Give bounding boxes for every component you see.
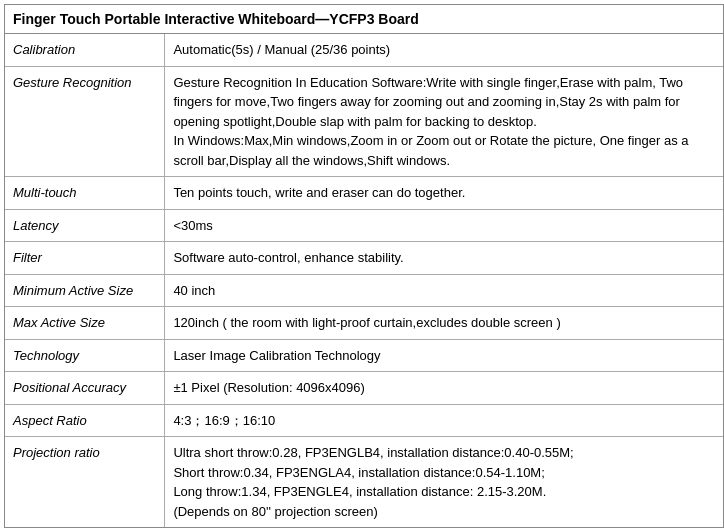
row-label-9: Aspect Ratio [5, 404, 165, 437]
table-row: CalibrationAutomatic(5s) / Manual (25/36… [5, 34, 723, 66]
row-value-4: Software auto-control, enhance stability… [165, 242, 723, 275]
row-label-5: Minimum Active Size [5, 274, 165, 307]
table-row: Max Active Size120inch ( the room with l… [5, 307, 723, 340]
row-label-8: Positional Accuracy [5, 372, 165, 405]
row-value-3: <30ms [165, 209, 723, 242]
row-value-8: ±1 Pixel (Resolution: 4096x4096) [165, 372, 723, 405]
row-value-5: 40 inch [165, 274, 723, 307]
row-label-4: Filter [5, 242, 165, 275]
row-label-1: Gesture Recognition [5, 66, 165, 177]
row-value-0: Automatic(5s) / Manual (25/36 points) [165, 34, 723, 66]
table-row: FilterSoftware auto-control, enhance sta… [5, 242, 723, 275]
table-row: TechnologyLaser Image Calibration Techno… [5, 339, 723, 372]
row-label-0: Calibration [5, 34, 165, 66]
row-value-7: Laser Image Calibration Technology [165, 339, 723, 372]
row-value-1: Gesture Recognition In Education Softwar… [165, 66, 723, 177]
main-table-wrapper: Finger Touch Portable Interactive Whiteb… [4, 4, 724, 528]
row-value-9: 4:3；16:9；16:10 [165, 404, 723, 437]
table-title: Finger Touch Portable Interactive Whiteb… [5, 5, 723, 34]
row-value-10: Ultra short throw:0.28, FP3ENGLB4, insta… [165, 437, 723, 528]
table-row: Gesture RecognitionGesture Recognition I… [5, 66, 723, 177]
row-label-10: Projection ratio [5, 437, 165, 528]
row-value-6: 120inch ( the room with light-proof curt… [165, 307, 723, 340]
row-label-3: Latency [5, 209, 165, 242]
row-label-7: Technology [5, 339, 165, 372]
table-row: Latency<30ms [5, 209, 723, 242]
table-row: Minimum Active Size40 inch [5, 274, 723, 307]
table-row: Aspect Ratio4:3；16:9；16:10 [5, 404, 723, 437]
row-value-2: Ten points touch, write and eraser can d… [165, 177, 723, 210]
row-label-2: Multi-touch [5, 177, 165, 210]
table-row: Multi-touchTen points touch, write and e… [5, 177, 723, 210]
table-row: Projection ratioUltra short throw:0.28, … [5, 437, 723, 528]
row-label-6: Max Active Size [5, 307, 165, 340]
table-row: Positional Accuracy±1 Pixel (Resolution:… [5, 372, 723, 405]
spec-table: CalibrationAutomatic(5s) / Manual (25/36… [5, 34, 723, 527]
